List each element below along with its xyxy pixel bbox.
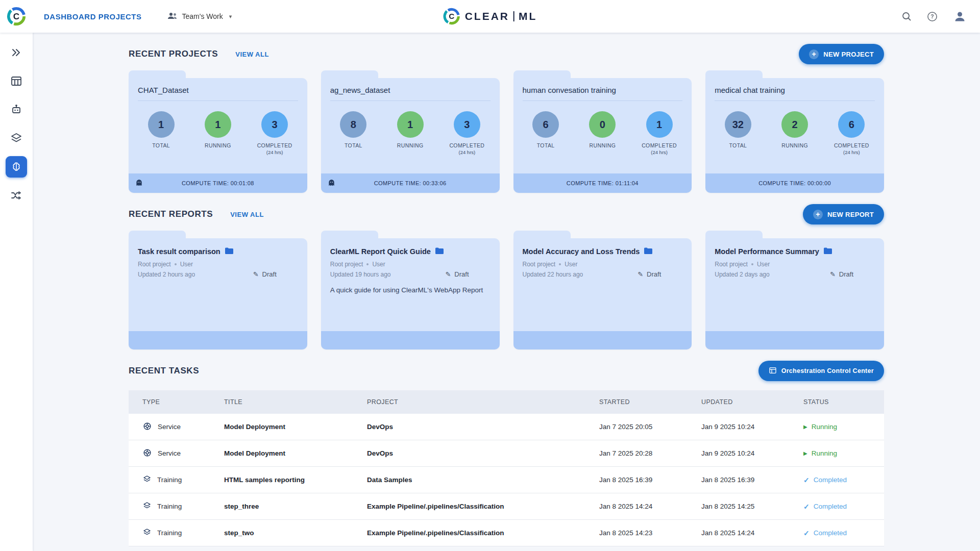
svg-text:C: C: [449, 12, 454, 20]
project-card-compute-strip: COMPUTE TIME: 00:01:08: [129, 173, 307, 193]
project-card-compute-strip: COMPUTE TIME: 00:00:00: [705, 173, 884, 193]
sidebar-item-datasets[interactable]: [6, 70, 27, 92]
projects-card-grid: CHAT_Dataset 1TOTAL 1RUNNING 3COMPLETED(…: [129, 78, 884, 193]
task-row[interactable]: Service Model Deployment DevOps Jan 7 20…: [129, 414, 884, 440]
orchestration-label: Orchestration Control Center: [781, 367, 874, 374]
sidebar-item-models[interactable]: [6, 128, 27, 149]
task-row[interactable]: Training step_three Example Pipeline/.pi…: [129, 493, 884, 520]
pencil-icon: ✎: [253, 270, 259, 278]
pencil-icon: ✎: [445, 270, 451, 278]
plus-icon: +: [809, 49, 819, 59]
task-row[interactable]: Service Model Deployment DevOps Jan 7 20…: [129, 440, 884, 467]
reports-section-header: RECENT REPORTS VIEW ALL + NEW REPORT: [129, 204, 884, 224]
svg-text:C: C: [13, 12, 19, 21]
report-updated-label: Updated 22 hours ago: [523, 271, 583, 278]
report-card[interactable]: Model Performance Summary Root project U…: [705, 238, 884, 349]
svg-text:?: ?: [930, 13, 934, 19]
completed-count-badge: 6: [838, 111, 865, 138]
separator-dot: [751, 263, 753, 265]
project-card-stats: 8TOTAL 1RUNNING 3COMPLETED(24 hrs): [321, 101, 500, 173]
task-row[interactable]: Training HTML samples reporting Data Sam…: [129, 467, 884, 493]
workspace-selector[interactable]: Team's Work ▾: [167, 12, 232, 21]
new-project-label: NEW PROJECT: [823, 51, 874, 58]
task-type-label: Service: [158, 423, 181, 431]
compute-time-label: COMPUTE TIME: 00:00:00: [758, 180, 831, 186]
report-project-label: Root project: [330, 261, 363, 268]
task-project: Example Pipeline/.pipelines/Classificati…: [367, 503, 599, 510]
task-project: DevOps: [367, 423, 599, 431]
task-type-label: Training: [157, 476, 182, 484]
running-count-badge: 1: [205, 111, 231, 138]
total-count-badge: 6: [532, 111, 559, 138]
task-title: Model Deployment: [224, 423, 367, 431]
task-row[interactable]: Training step_two Example Pipeline/.pipe…: [129, 520, 884, 546]
report-status-label: Draft: [262, 270, 277, 278]
completed-label: COMPLETED: [251, 142, 298, 148]
clearml-logo-icon[interactable]: C: [0, 7, 33, 26]
layers-icon: [10, 132, 22, 144]
sidebar-item-dashboard-active[interactable]: [6, 156, 27, 178]
ghost-icon: [135, 179, 143, 188]
completed-count-badge: 3: [261, 111, 288, 138]
report-updated-label: Updated 2 hours ago: [138, 271, 195, 278]
robot-icon: [10, 104, 22, 116]
task-title: Model Deployment: [224, 449, 367, 457]
play-icon: ▶: [803, 424, 807, 430]
status-label: Running: [812, 449, 837, 457]
reports-view-all-link[interactable]: VIEW ALL: [230, 211, 264, 218]
sidebar: [0, 33, 33, 551]
task-type-label: Training: [157, 503, 182, 510]
report-card[interactable]: ClearML Report Quick Guide Root project …: [321, 238, 500, 349]
tasks-table-header: TYPE TITLE PROJECT STARTED UPDATED STATU…: [129, 390, 884, 414]
project-card[interactable]: CHAT_Dataset 1TOTAL 1RUNNING 3COMPLETED(…: [129, 78, 307, 193]
status-label: Completed: [814, 476, 847, 484]
report-project-label: Root project: [523, 261, 556, 268]
task-started: Jan 8 2025 16:39: [599, 476, 701, 484]
report-status-label: Draft: [647, 270, 661, 278]
new-project-button[interactable]: + NEW PROJECT: [799, 44, 884, 64]
pipelines-icon: [10, 189, 22, 202]
task-type-label: Service: [158, 449, 181, 457]
project-card[interactable]: ag_news_dataset 8TOTAL 1RUNNING 3COMPLET…: [321, 78, 500, 193]
task-title: step_three: [224, 503, 367, 510]
user-avatar[interactable]: [953, 10, 967, 23]
total-label: TOTAL: [330, 142, 377, 148]
orchestration-control-center-button[interactable]: Orchestration Control Center: [758, 361, 884, 381]
completed-count-badge: 3: [454, 111, 480, 138]
completed-count-badge: 1: [646, 111, 673, 138]
report-card[interactable]: Task result comparison Root project User…: [129, 238, 307, 349]
task-updated: Jan 9 2025 10:24: [701, 449, 803, 457]
training-icon: [142, 528, 152, 538]
check-icon: ✓: [803, 476, 810, 484]
status-badge: ▶ Running: [803, 449, 884, 457]
total-count-badge: 8: [340, 111, 366, 138]
separator-dot: [175, 263, 177, 265]
sidebar-item-projects[interactable]: [6, 42, 27, 63]
report-description: [523, 286, 683, 331]
wordmark-clear: CLEAR: [465, 10, 509, 22]
report-updated-label: Updated 2 days ago: [715, 271, 769, 278]
sidebar-item-workers[interactable]: [6, 99, 27, 120]
report-card[interactable]: Model Accuracy and Loss Trends Root proj…: [513, 238, 692, 349]
task-project: Data Samples: [367, 476, 599, 484]
report-description: [138, 286, 298, 331]
projects-view-all-link[interactable]: VIEW ALL: [235, 51, 269, 58]
project-card[interactable]: human convesation training 6TOTAL 0RUNNI…: [513, 78, 692, 193]
task-started: Jan 8 2025 14:24: [599, 503, 701, 510]
project-card[interactable]: medical chat training 32TOTAL 2RUNNING 6…: [705, 78, 884, 193]
help-icon[interactable]: ?: [927, 11, 938, 22]
report-card-title: Model Performance Summary: [715, 247, 819, 256]
project-card-title: human convesation training: [523, 86, 683, 101]
running-count-badge: 0: [589, 111, 616, 138]
sidebar-item-pipelines[interactable]: [6, 185, 27, 206]
running-label: RUNNING: [771, 142, 818, 148]
new-report-button[interactable]: + NEW REPORT: [803, 204, 884, 224]
running-count-badge: 2: [781, 111, 808, 138]
wordmark-divider: [513, 11, 514, 21]
report-card-footer-strip: [129, 331, 307, 349]
clearml-wordmark: C CLEAR ML: [443, 8, 537, 25]
task-updated: Jan 8 2025 14:24: [701, 529, 803, 537]
search-icon[interactable]: [901, 11, 912, 21]
plus-icon: +: [813, 210, 823, 219]
report-status-label: Draft: [839, 270, 853, 278]
